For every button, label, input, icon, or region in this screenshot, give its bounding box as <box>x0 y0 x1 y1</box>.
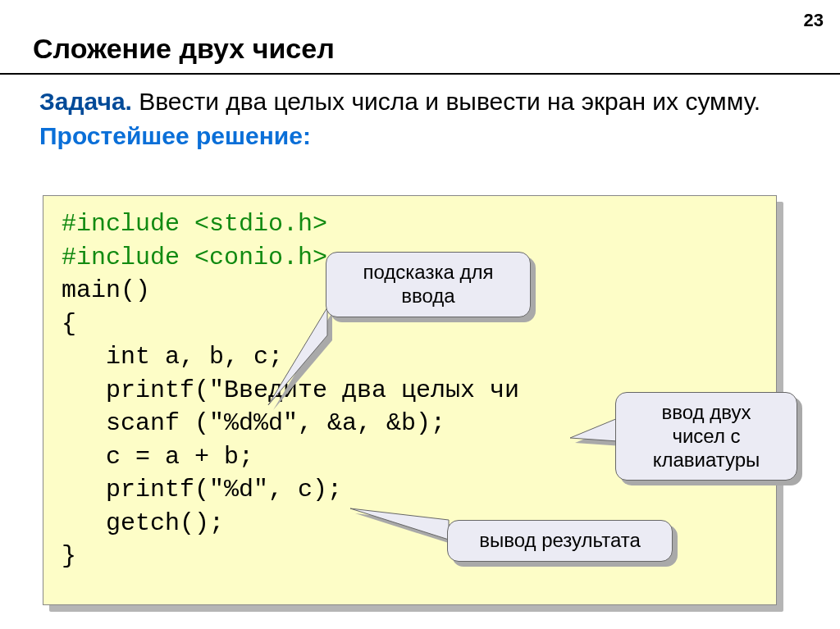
code-line-4: { <box>62 310 76 338</box>
callout-text: вывод результата <box>463 529 657 553</box>
solution-heading: Простейшее решение: <box>39 122 840 150</box>
callout-output-result: вывод результата <box>447 520 673 562</box>
callout-text: клавиатуры <box>631 449 782 472</box>
callout-text: ввод двух <box>631 401 782 425</box>
svg-marker-3 <box>570 418 618 441</box>
task-text: Ввести два целых числа и вывести на экра… <box>132 88 760 115</box>
svg-marker-5 <box>350 508 449 540</box>
code-line-5: int a, b, c; <box>62 343 283 371</box>
callout-keyboard-input: ввод двух чисел с клавиатуры <box>615 392 797 481</box>
code-line-2: #include <conio.h> <box>62 244 327 271</box>
task-label: Задача. <box>39 88 132 115</box>
callout-text: подсказка для <box>341 261 515 285</box>
callout-text: ввода <box>341 285 515 308</box>
code-line-1: #include <stdio.h> <box>62 210 327 238</box>
code-line-7: scanf ("%d%d", &a, &b); <box>62 409 445 437</box>
callout-tail-icon <box>275 308 340 381</box>
code-line-11: } <box>62 542 76 570</box>
page-number: 23 <box>804 10 824 31</box>
code-line-8: c = a + b; <box>62 443 253 471</box>
task-paragraph: Задача. Ввести два целых числа и вывести… <box>39 86 807 117</box>
callout-text: чисел с <box>631 425 782 449</box>
code-line-10: getch(); <box>62 509 224 537</box>
page-title: Сложение двух чисел <box>33 33 840 65</box>
title-divider <box>0 73 840 75</box>
callout-tail-icon <box>350 505 457 546</box>
callout-hint-input: подсказка для ввода <box>326 252 531 317</box>
code-line-3: main() <box>62 276 150 304</box>
code-line-9: printf("%d", c); <box>62 476 342 504</box>
